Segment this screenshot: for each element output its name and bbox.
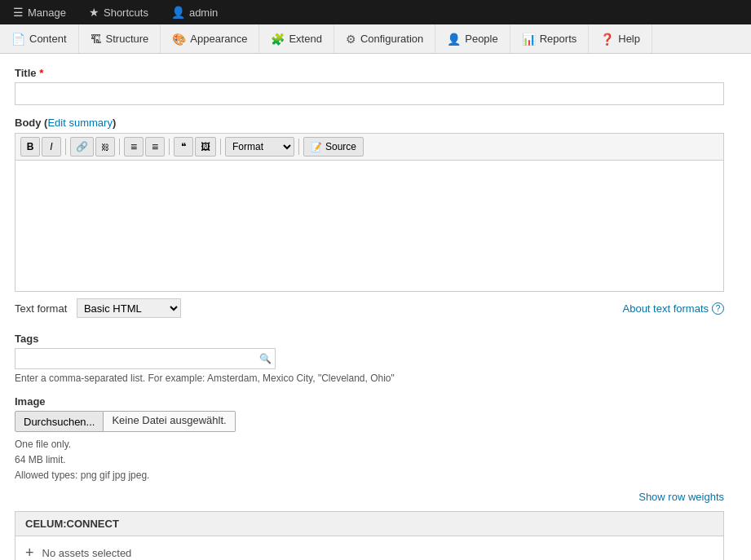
edit-summary-link[interactable]: Edit summary bbox=[47, 117, 112, 129]
text-format-select[interactable]: Basic HTML Full HTML Plain text Restrict… bbox=[77, 298, 181, 318]
editor-body[interactable] bbox=[15, 161, 723, 291]
extend-icon: 🧩 bbox=[271, 33, 285, 46]
editor-toolbar: B I 🔗 ⛓ ≡ ≡ ❝ 🖼 Format Heading 1 Heading… bbox=[15, 134, 723, 161]
title-input[interactable] bbox=[15, 82, 724, 105]
manage-label: Manage bbox=[28, 7, 66, 19]
image-section: Image Durchsuchen... Keine Datei ausgewä… bbox=[15, 395, 736, 484]
nav-structure[interactable]: 🏗 Structure bbox=[79, 24, 161, 53]
title-label: Title * bbox=[15, 67, 736, 79]
source-button[interactable]: 📝 Source bbox=[303, 137, 364, 157]
show-row-weights-link[interactable]: Show row weights bbox=[638, 491, 724, 503]
bold-button[interactable]: B bbox=[20, 137, 40, 157]
nav-appearance[interactable]: 🎨 Body Appearance bbox=[161, 24, 259, 53]
nav-help[interactable]: ❓ Help bbox=[589, 24, 652, 53]
tags-label: Tags bbox=[15, 333, 736, 345]
about-text-formats-link[interactable]: About text formats ? bbox=[623, 302, 725, 315]
content-icon: 📄 bbox=[11, 33, 25, 46]
celum-body: + No assets selected bbox=[15, 536, 723, 560]
bullet-list-button[interactable]: ≡ bbox=[124, 137, 144, 157]
admin-bar: ☰ Manage ★ Shortcuts 👤 admin bbox=[0, 0, 751, 24]
toolbar-sep-1 bbox=[65, 139, 66, 155]
configuration-icon: ⚙ bbox=[346, 33, 356, 46]
image-hint-3: Allowed types: png gif jpg jpeg. bbox=[15, 468, 736, 483]
toolbar-sep-3 bbox=[169, 139, 170, 155]
file-name: Keine Datei ausgewählt. bbox=[104, 411, 235, 432]
unlink-button[interactable]: ⛓ bbox=[95, 137, 115, 157]
format-dropdown[interactable]: Format Heading 1 Heading 2 Normal bbox=[225, 137, 294, 157]
text-format-row: Text format Basic HTML Full HTML Plain t… bbox=[15, 292, 724, 321]
format-select-group: Format Heading 1 Heading 2 Normal bbox=[225, 137, 294, 157]
nav-configuration[interactable]: ⚙ Configuration bbox=[334, 24, 435, 53]
body-label: Body (Edit summary) bbox=[15, 117, 736, 129]
structure-icon: 🏗 bbox=[91, 33, 102, 46]
about-help-icon: ? bbox=[712, 302, 724, 315]
celum-no-assets-text: No assets selected bbox=[42, 547, 132, 559]
nav-extend[interactable]: 🧩 Extend bbox=[259, 24, 334, 53]
help-icon: ❓ bbox=[600, 33, 614, 46]
italic-button[interactable]: I bbox=[42, 137, 61, 157]
image-button[interactable]: 🖼 bbox=[195, 137, 216, 157]
admin-label: admin bbox=[189, 7, 218, 19]
manage-menu-item[interactable]: ☰ Manage bbox=[8, 0, 71, 24]
text-format-left: Text format Basic HTML Full HTML Plain t… bbox=[15, 298, 181, 318]
people-icon: 👤 bbox=[447, 33, 461, 46]
tags-input[interactable] bbox=[15, 348, 276, 369]
tags-search-icon: 🔍 bbox=[259, 353, 272, 364]
image-label: Image bbox=[15, 395, 736, 408]
reports-icon: 📊 bbox=[522, 33, 536, 46]
person-icon: 👤 bbox=[171, 6, 185, 19]
hamburger-icon: ☰ bbox=[13, 6, 24, 19]
image-hint-1: One file only. bbox=[15, 437, 736, 452]
toolbar-sep-4 bbox=[220, 139, 221, 155]
numbered-list-button[interactable]: ≡ bbox=[145, 137, 165, 157]
shortcuts-label: Shortcuts bbox=[104, 7, 148, 19]
tags-input-wrapper: 🔍 bbox=[15, 348, 276, 369]
file-input-row: Durchsuchen... Keine Datei ausgewählt. bbox=[15, 411, 736, 432]
image-hint-2: 64 MB limit. bbox=[15, 452, 736, 468]
toolbar-sep-2 bbox=[119, 139, 120, 155]
nav-bar: 📄 Content 🏗 Structure 🎨 Body Appearance … bbox=[0, 24, 751, 54]
required-star: * bbox=[39, 67, 43, 79]
celum-header: CELUM:CONNECT bbox=[15, 512, 723, 536]
editor-container: B I 🔗 ⛓ ≡ ≡ ❝ 🖼 Format Heading 1 Heading… bbox=[15, 133, 724, 292]
main-content: Title * Body (Edit summary) B I 🔗 ⛓ ≡ ≡ … bbox=[0, 54, 751, 560]
link-button[interactable]: 🔗 bbox=[70, 137, 94, 157]
nav-reports[interactable]: 📊 Reports bbox=[510, 24, 590, 53]
celum-plus-icon[interactable]: + bbox=[25, 545, 34, 560]
show-row-weights-row: Show row weights bbox=[15, 491, 724, 506]
source-icon: 📝 bbox=[311, 142, 322, 152]
admin-menu-item[interactable]: 👤 admin bbox=[166, 0, 223, 24]
browse-button[interactable]: Durchsuchen... bbox=[15, 411, 104, 432]
tags-section: Tags 🔍 Enter a comma-separated list. For… bbox=[15, 333, 736, 384]
celum-section: CELUM:CONNECT + No assets selected bbox=[15, 511, 724, 560]
nav-people[interactable]: 👤 People bbox=[435, 24, 510, 53]
toolbar-sep-5 bbox=[298, 139, 299, 155]
blockquote-button[interactable]: ❝ bbox=[174, 137, 193, 157]
text-format-label: Text format bbox=[15, 302, 67, 315]
star-icon: ★ bbox=[89, 6, 99, 19]
image-hints: One file only. 64 MB limit. Allowed type… bbox=[15, 437, 736, 484]
shortcuts-menu-item[interactable]: ★ Shortcuts bbox=[84, 0, 153, 24]
tags-hint: Enter a comma-separated list. For exampl… bbox=[15, 373, 736, 384]
appearance-icon: 🎨 bbox=[172, 33, 186, 46]
nav-content[interactable]: 📄 Content bbox=[0, 24, 79, 53]
